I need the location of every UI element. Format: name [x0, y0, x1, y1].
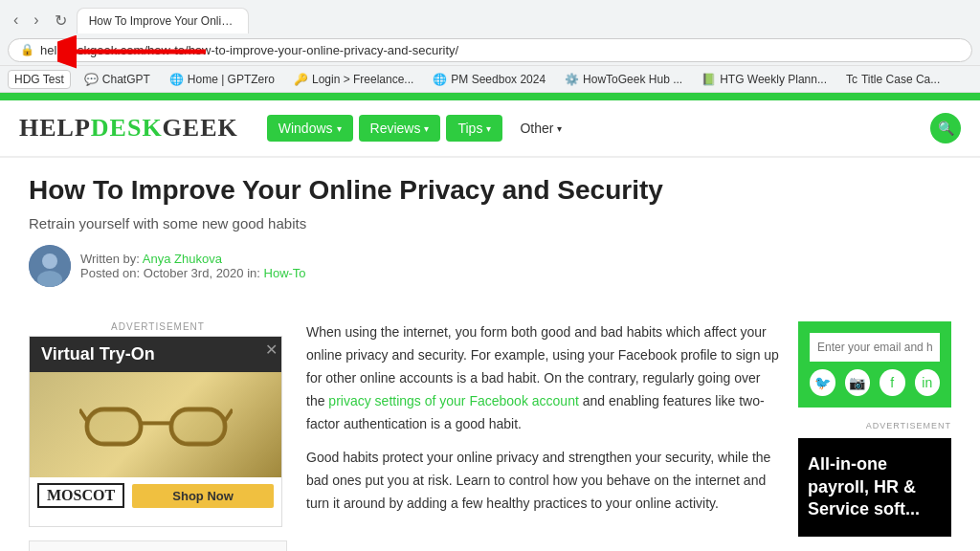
bookmark-hdg-test[interactable]: HDG Test: [8, 70, 71, 89]
twitter-icon[interactable]: 🐦: [810, 369, 835, 396]
chevron-down-icon: ▾: [486, 123, 491, 134]
left-column: ADVERTISEMENT ✕ Virtual Try-On: [29, 321, 287, 551]
bookmark-label: HTG Weekly Plann...: [720, 73, 827, 86]
address-bar-row: 🔒 helpdeskgeek.com/how-to/how-to-improve…: [0, 34, 980, 65]
facebook-privacy-link[interactable]: privacy settings of your Facebook accoun…: [328, 393, 578, 408]
author-row: Written by: Anya Zhukova Posted on: Octo…: [29, 245, 951, 287]
written-by: Written by: Anya Zhukova: [80, 252, 306, 266]
nav-reviews[interactable]: Reviews ▾: [359, 115, 441, 142]
site-content: HELPDESKGEEK Windows ▾ Reviews ▾ Tips ▾ …: [0, 93, 980, 551]
ad-image: [30, 372, 281, 477]
main-content: ADVERTISEMENT ✕ Virtual Try-On: [0, 302, 980, 551]
svg-line-9: [225, 409, 233, 421]
email-input[interactable]: [810, 333, 940, 362]
bookmark-howtogeek[interactable]: ⚙️ HowToGeek Hub ...: [559, 71, 688, 88]
article-title: How To Improve Your Online Privacy and S…: [29, 173, 951, 208]
nav-windows[interactable]: Windows ▾: [267, 115, 353, 142]
ad-close-button[interactable]: ✕: [265, 341, 278, 359]
back-button[interactable]: ‹: [8, 10, 24, 31]
logo-desk: DESK: [91, 114, 163, 142]
svg-rect-11: [172, 411, 223, 443]
social-icons: 🐦 📷 f in: [810, 369, 940, 396]
author-link[interactable]: Anya Zhukova: [143, 252, 222, 266]
nav-links: Windows ▾ Reviews ▾ Tips ▾ Other ▾: [267, 115, 574, 142]
bookmark-chatgpt[interactable]: 💬 ChatGPT: [78, 71, 156, 88]
article-body: When using the internet, you form both g…: [306, 321, 779, 515]
bookmark-label: Login > Freelance...: [312, 73, 413, 86]
facebook-icon[interactable]: f: [880, 369, 905, 396]
site-navigation: HELPDESKGEEK Windows ▾ Reviews ▾ Tips ▾ …: [0, 100, 980, 158]
bookmarks-bar: HDG Test 💬 ChatGPT 🌐 Home | GPTZero 🔑 Lo…: [0, 65, 980, 92]
svg-point-3: [42, 253, 57, 269]
bookmark-htg-weekly[interactable]: 📗 HTG Weekly Plann...: [696, 71, 833, 88]
ad-header: Virtual Try-On: [30, 337, 281, 372]
author-avatar: [29, 245, 71, 287]
bookmark-icon: Tc: [846, 73, 858, 86]
email-signup-box: 🐦 📷 f in: [798, 321, 951, 408]
bookmark-icon: 📗: [702, 73, 716, 86]
bookmark-icon: 🌐: [169, 73, 184, 86]
nav-windows-label: Windows: [278, 121, 333, 136]
bookmark-icon: 🔑: [294, 73, 308, 86]
nav-other-label: Other: [520, 121, 553, 136]
ad-label: ADVERTISEMENT: [29, 321, 287, 332]
active-tab[interactable]: How To Improve Your Online Privacy and S…: [77, 8, 249, 33]
ad-brand: MOSCOT: [37, 483, 124, 508]
svg-rect-10: [88, 411, 139, 443]
chevron-down-icon: ▾: [424, 123, 429, 134]
bookmark-label: HDG Test: [14, 73, 64, 86]
ad-footer: MOSCOT Shop Now: [30, 477, 281, 514]
lock-icon: 🔒: [20, 43, 34, 56]
right-ad-label: ADVERTISEMENT: [798, 421, 951, 430]
bookmark-freelance[interactable]: 🔑 Login > Freelance...: [288, 71, 419, 88]
nav-tips[interactable]: Tips ▾: [446, 115, 502, 142]
instagram-icon[interactable]: 📷: [845, 369, 871, 396]
refresh-button[interactable]: ↻: [49, 10, 73, 32]
bookmark-label: ChatGPT: [102, 73, 150, 86]
chevron-down-icon: ▾: [337, 123, 342, 134]
bookmark-gptzero[interactable]: 🌐 Home | GPTZero: [164, 71, 280, 88]
right-advertisement: All-in-one payroll, HR & Service soft...: [798, 438, 951, 536]
bookmark-titlecase[interactable]: Tc Title Case Ca...: [840, 71, 946, 88]
search-button[interactable]: 🔍: [930, 113, 961, 143]
article-paragraph-2: Good habits protect your online privacy …: [306, 447, 779, 515]
bookmark-label: PM Seedbox 2024: [451, 73, 546, 86]
advertisement-box: ✕ Virtual Try-On MOSCOT: [29, 336, 282, 527]
posted-on: Posted on: October 3rd, 2020 in: How-To: [80, 266, 306, 280]
bookmark-seedbox[interactable]: 🌐 PM Seedbox 2024: [427, 71, 551, 88]
chevron-down-icon: ▾: [557, 123, 562, 134]
search-icon: 🔍: [938, 121, 954, 136]
browser-chrome: ‹ › ↻ How To Improve Your Online Privacy…: [0, 0, 980, 93]
linkedin-icon[interactable]: in: [915, 369, 941, 396]
right-sidebar: 🐦 📷 f in ADVERTISEMENT All-in-one payrol…: [798, 321, 951, 551]
ad-shop-now-button[interactable]: Shop Now: [132, 484, 274, 508]
table-of-contents: Table of Contents › How To Improve Your …: [29, 540, 287, 551]
url-text: helpdeskgeek.com/how-to/how-to-improve-y…: [40, 43, 458, 57]
right-ad-text: All-in-one payroll, HR & Service soft...: [808, 454, 920, 518]
article-body-column: When using the internet, you form both g…: [306, 321, 779, 551]
bookmark-label: Home | GPTZero: [188, 73, 275, 86]
green-top-bar: [0, 93, 980, 100]
nav-reviews-label: Reviews: [370, 121, 421, 136]
address-bar[interactable]: 🔒 helpdeskgeek.com/how-to/how-to-improve…: [8, 38, 972, 62]
bookmark-label: HowToGeek Hub ...: [583, 73, 682, 86]
bookmark-label: Title Case Ca...: [861, 73, 940, 86]
forward-button[interactable]: ›: [28, 10, 44, 31]
svg-line-8: [79, 409, 87, 421]
bookmark-icon: 🌐: [433, 73, 447, 86]
glasses-illustration: [79, 391, 233, 458]
site-logo: HELPDESKGEEK: [19, 114, 238, 143]
nav-tips-label: Tips: [457, 121, 482, 136]
article-paragraph-1: When using the internet, you form both g…: [306, 321, 779, 435]
category-link[interactable]: How-To: [264, 266, 306, 280]
nav-other[interactable]: Other ▾: [508, 115, 573, 142]
article-header: How To Improve Your Online Privacy and S…: [0, 158, 980, 287]
article-subtitle: Retrain yourself with some new good habi…: [29, 215, 951, 231]
bookmark-icon: 💬: [84, 73, 99, 86]
tab-bar: ‹ › ↻ How To Improve Your Online Privacy…: [0, 0, 980, 34]
author-info: Written by: Anya Zhukova Posted on: Octo…: [80, 252, 306, 280]
bookmark-icon: ⚙️: [565, 73, 579, 86]
